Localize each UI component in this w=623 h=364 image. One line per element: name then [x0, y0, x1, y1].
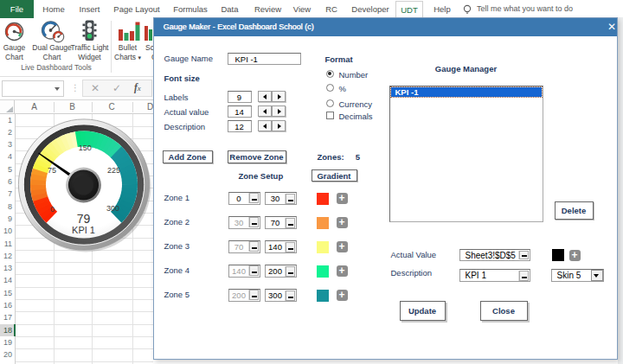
svg-text:KPI 1: KPI 1: [72, 225, 95, 235]
svg-text:75: 75: [48, 166, 56, 175]
svg-text:300: 300: [106, 204, 119, 213]
svg-text:0: 0: [50, 205, 55, 214]
svg-text:225: 225: [107, 166, 120, 175]
svg-text:150: 150: [79, 144, 92, 152]
